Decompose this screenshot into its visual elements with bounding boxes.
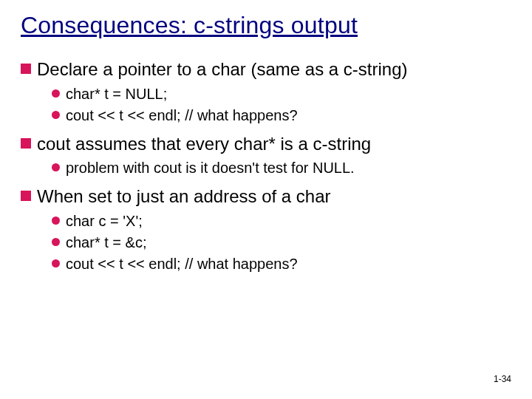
bullet-level2: char c = 'X'; <box>52 211 511 231</box>
sub-bullet-group: problem with cout is it doesn't test for… <box>52 158 511 178</box>
bullet-level1: Declare a pointer to a char (same as a c… <box>21 58 511 81</box>
circle-bullet-icon <box>52 163 60 171</box>
sub-bullet-text: char* t = NULL; <box>66 84 167 104</box>
circle-bullet-icon <box>52 89 60 98</box>
sub-bullet-group: char c = 'X'; char* t = &c; cout << t <<… <box>52 211 511 274</box>
bullet-level2: char* t = &c; <box>52 233 511 253</box>
slide-title: Consequences: c-strings output <box>21 12 511 39</box>
content-area: Declare a pointer to a char (same as a c… <box>21 58 511 274</box>
bullet-level1: When set to just an address of a char <box>21 185 511 208</box>
bullet-level2: problem with cout is it doesn't test for… <box>52 158 511 178</box>
sub-bullet-text: cout << t << endl; // what happens? <box>66 254 298 274</box>
sub-bullet-text: problem with cout is it doesn't test for… <box>66 158 355 178</box>
bullet-level2: char* t = NULL; <box>52 84 511 104</box>
bullet-level2: cout << t << endl; // what happens? <box>52 254 511 274</box>
circle-bullet-icon <box>52 238 60 246</box>
square-bullet-icon <box>21 191 31 201</box>
sub-bullet-text: char* t = &c; <box>66 233 147 253</box>
sub-bullet-group: char* t = NULL; cout << t << endl; // wh… <box>52 84 511 126</box>
square-bullet-icon <box>21 138 31 149</box>
bullet-text: Declare a pointer to a char (same as a c… <box>37 58 408 81</box>
sub-bullet-text: char c = 'X'; <box>66 211 143 231</box>
bullet-text: cout assumes that every char* is a c-str… <box>37 133 371 156</box>
sub-bullet-text: cout << t << endl; // what happens? <box>66 106 298 126</box>
circle-bullet-icon <box>52 111 60 119</box>
circle-bullet-icon <box>52 259 60 267</box>
bullet-level1: cout assumes that every char* is a c-str… <box>21 133 511 156</box>
bullet-level2: cout << t << endl; // what happens? <box>52 106 511 126</box>
square-bullet-icon <box>21 64 31 74</box>
circle-bullet-icon <box>52 216 60 225</box>
slide-number: 1-34 <box>494 374 511 384</box>
bullet-text: When set to just an address of a char <box>37 185 331 208</box>
